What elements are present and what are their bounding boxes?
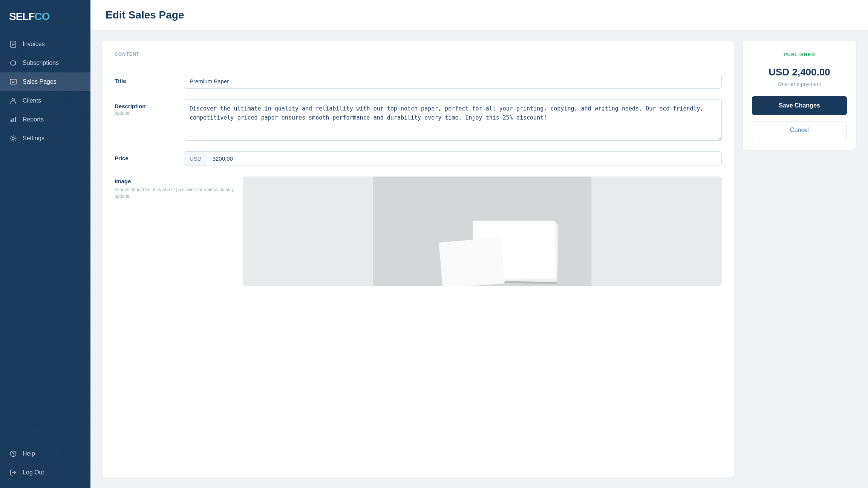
sidebar-item-help[interactable]: Help	[0, 444, 90, 463]
invoice-icon	[9, 40, 17, 48]
sidebar-item-invoices-label: Invoices	[23, 41, 45, 48]
price-label-group: Price	[115, 151, 175, 161]
title-label: Title	[115, 78, 175, 84]
image-preview[interactable]	[243, 176, 722, 286]
reports-icon	[9, 115, 17, 124]
product-image-svg	[243, 176, 722, 286]
svg-rect-23	[439, 237, 505, 286]
svg-rect-10	[15, 117, 16, 122]
section-label: CONTENT	[115, 52, 722, 63]
price-display: USD 2,400.00	[768, 66, 830, 78]
cancel-button[interactable]: Cancel	[752, 121, 847, 139]
sidebar-item-settings[interactable]: Settings	[0, 129, 90, 148]
sales-pages-icon	[9, 78, 17, 86]
help-icon	[9, 450, 17, 458]
logo-text: SELFCO	[9, 11, 50, 23]
description-optional: optional	[115, 110, 175, 116]
sidebar-item-subscriptions[interactable]: Subscriptions	[0, 54, 90, 72]
page-header: Edit Sales Page	[90, 0, 868, 31]
svg-rect-8	[11, 120, 12, 122]
content-area: CONTENT Title Description optional Disco…	[90, 31, 868, 488]
sidebar-item-subscriptions-label: Subscriptions	[23, 60, 59, 66]
sidebar-item-reports[interactable]: Reports	[0, 110, 90, 129]
svg-rect-9	[13, 118, 14, 122]
logout-icon	[9, 468, 17, 477]
save-changes-button[interactable]: Save Changes	[752, 96, 847, 115]
sidebar-item-settings-label: Settings	[23, 135, 44, 142]
sidebar-item-reports-label: Reports	[23, 116, 44, 123]
form-card: CONTENT Title Description optional Disco…	[103, 41, 734, 477]
subscriptions-icon	[9, 59, 17, 67]
sidebar-item-clients-label: Clients	[23, 97, 41, 104]
svg-point-11	[12, 137, 14, 140]
description-row: Description optional Discover the ultima…	[115, 99, 722, 141]
price-input-group: USD	[184, 151, 722, 166]
price-label: Price	[115, 155, 175, 161]
right-panel: PUBLISHED USD 2,400.00 One-time payment …	[743, 41, 856, 477]
image-row: Image Images should be at least 672 pixe…	[115, 176, 722, 286]
title-input[interactable]	[184, 74, 722, 89]
description-textarea[interactable]: Discover the ultimate in quality and rel…	[184, 99, 722, 141]
page-title: Edit Sales Page	[106, 9, 853, 21]
sidebar-item-help-label: Help	[23, 450, 35, 457]
svg-rect-4	[10, 79, 16, 84]
sidebar-item-logout-label: Log Out	[23, 469, 44, 476]
payment-type: One-time payment	[778, 81, 821, 87]
price-row: Price USD	[115, 151, 722, 166]
sidebar-item-invoices[interactable]: Invoices	[0, 35, 90, 54]
sidebar-item-sales-pages[interactable]: Sales Pages	[0, 72, 90, 91]
sidebar-nav: Invoices Subscriptions Sal	[0, 35, 90, 488]
settings-icon	[9, 134, 17, 143]
sidebar-item-clients[interactable]: Clients	[0, 91, 90, 110]
main-content: Edit Sales Page CONTENT Title Descriptio…	[90, 0, 868, 488]
description-label: Description	[115, 103, 175, 109]
svg-point-13	[13, 455, 14, 456]
image-label: Image	[115, 178, 234, 184]
image-label-group: Image Images should be at least 672 pixe…	[115, 176, 234, 199]
status-card: PUBLISHED USD 2,400.00 One-time payment …	[743, 41, 856, 150]
description-label-group: Description optional	[115, 99, 175, 116]
sidebar-item-sales-pages-label: Sales Pages	[23, 78, 57, 85]
title-row: Title	[115, 74, 722, 89]
image-hint: Images should be at least 672 pixel wide…	[115, 187, 234, 199]
logo: SELFCO	[0, 0, 90, 35]
sidebar-item-logout[interactable]: Log Out	[0, 463, 90, 482]
price-input[interactable]	[207, 152, 721, 166]
clients-icon	[9, 97, 17, 105]
published-badge: PUBLISHED	[784, 52, 815, 57]
price-currency: USD	[184, 152, 207, 166]
title-label-group: Title	[115, 74, 175, 84]
sidebar: SELFCO Invoices	[0, 0, 90, 488]
